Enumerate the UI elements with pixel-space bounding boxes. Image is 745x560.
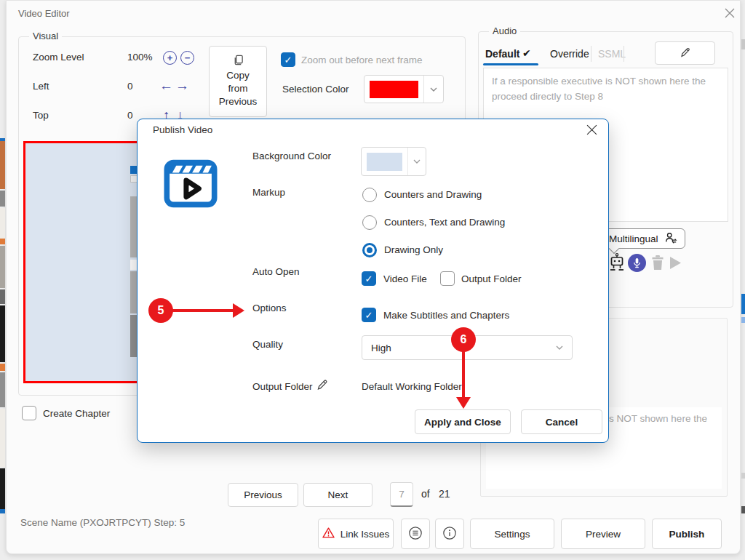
markup-label: Markup bbox=[252, 187, 285, 198]
info-icon bbox=[442, 526, 457, 543]
video-clapperboard-icon bbox=[163, 156, 218, 216]
step-6-badge: 6 bbox=[451, 327, 476, 352]
selection-color-swatch bbox=[370, 81, 418, 98]
copy-icon bbox=[233, 55, 244, 68]
apply-and-close-button[interactable]: Apply and Close bbox=[415, 409, 511, 434]
options-label: Options bbox=[252, 303, 287, 313]
zoom-decrease-button[interactable]: − bbox=[180, 51, 194, 65]
radio-counters-text-and-drawing[interactable] bbox=[362, 215, 377, 230]
output-folder-edit-pencil-icon[interactable] bbox=[316, 378, 329, 393]
background-color-swatch bbox=[367, 153, 402, 171]
person-swap-icon bbox=[664, 231, 677, 247]
previous-button[interactable]: Previous bbox=[228, 483, 298, 507]
tab-default[interactable]: Default bbox=[485, 48, 519, 60]
zoom-level-value: 100% bbox=[127, 52, 153, 63]
output-folder-checkbox[interactable] bbox=[440, 271, 455, 286]
robot-icon[interactable] bbox=[609, 253, 625, 275]
next-button[interactable]: Next bbox=[303, 483, 372, 507]
left-label: Left bbox=[33, 81, 49, 92]
tab-default-check-icon: ✔ bbox=[522, 47, 531, 59]
copy-from-previous-button[interactable]: Copy from Previous bbox=[209, 46, 267, 117]
create-chapter-label: Create Chapter bbox=[43, 408, 110, 419]
create-chapter-checkbox[interactable] bbox=[22, 406, 36, 420]
zoom-out-checkbox-label: Zoom out before next frame bbox=[301, 55, 423, 65]
auto-open-label: Auto Open bbox=[252, 266, 300, 277]
zoom-out-checkbox[interactable]: ✓ bbox=[281, 52, 295, 67]
warning-icon bbox=[322, 527, 335, 540]
video-file-checkbox-label: Video File bbox=[383, 273, 427, 284]
cancel-button[interactable]: Cancel bbox=[521, 409, 602, 434]
quality-dropdown-value: High bbox=[371, 343, 391, 353]
step-6-arrow bbox=[462, 351, 465, 398]
subtitles-chapters-checkbox-label: Make Subtitles and Chapters bbox=[383, 310, 509, 321]
video-file-checkbox[interactable]: ✓ bbox=[362, 271, 376, 286]
settings-button[interactable]: Settings bbox=[470, 519, 554, 549]
step-6-arrow-head bbox=[456, 397, 471, 409]
output-folder-value: Default Working Folder bbox=[362, 381, 462, 392]
dialog-title: Publish Video bbox=[153, 124, 212, 135]
copy-from-previous-label: Copy from Previous bbox=[215, 69, 260, 109]
play-icon[interactable] bbox=[669, 255, 682, 273]
radio-counters-text-and-drawing-label: Counters, Text and Drawing bbox=[384, 217, 505, 228]
chevron-down-icon bbox=[408, 159, 426, 164]
preview-button[interactable]: Preview bbox=[561, 519, 645, 549]
step-5-arrow bbox=[172, 309, 234, 312]
quality-label: Quality bbox=[252, 339, 283, 350]
move-right-arrow-icon[interactable]: → bbox=[175, 78, 189, 94]
window-close-icon[interactable] bbox=[722, 6, 737, 20]
page-of-label: of bbox=[421, 488, 430, 500]
selection-color-picker[interactable] bbox=[364, 75, 444, 103]
dialog-close-icon[interactable] bbox=[583, 121, 599, 137]
background-color-picker[interactable] bbox=[361, 147, 426, 176]
output-folder-checkbox-label: Output Folder bbox=[461, 273, 522, 284]
step-5-badge: 5 bbox=[148, 298, 173, 323]
list-circle-icon bbox=[408, 526, 423, 543]
output-folder-label: Output Folder bbox=[252, 381, 313, 392]
radio-drawing-only-label: Drawing Only bbox=[384, 244, 443, 255]
visual-group-legend: Visual bbox=[29, 31, 62, 41]
left-value: 0 bbox=[127, 81, 133, 92]
background-color-label: Background Color bbox=[252, 151, 331, 161]
trash-icon[interactable] bbox=[650, 255, 665, 273]
zoom-increase-button[interactable]: + bbox=[163, 51, 177, 65]
top-label: Top bbox=[33, 110, 49, 121]
audio-edit-button[interactable] bbox=[655, 41, 715, 65]
link-issues-button[interactable]: Link Issues bbox=[318, 519, 394, 549]
tab-ssml[interactable]: SSML bbox=[598, 48, 626, 60]
scene-name-status: Scene Name (PXOJRTPCYT) Step: 5 bbox=[20, 517, 185, 528]
link-issues-label: Link Issues bbox=[340, 529, 390, 540]
chevron-down-icon bbox=[556, 345, 563, 350]
radio-drawing-only[interactable] bbox=[362, 243, 377, 257]
move-left-arrow-icon[interactable]: ← bbox=[159, 78, 173, 94]
chevron-down-icon bbox=[424, 87, 443, 92]
active-tab-indicator bbox=[483, 63, 538, 65]
page-total-label: 21 bbox=[439, 488, 450, 500]
tab-override[interactable]: Override bbox=[550, 48, 589, 60]
radio-counters-and-drawing-label: Counters and Drawing bbox=[384, 189, 482, 200]
radio-counters-and-drawing[interactable] bbox=[362, 188, 377, 202]
publish-button[interactable]: Publish bbox=[652, 519, 722, 549]
page-number-input[interactable]: 7 bbox=[390, 482, 413, 507]
notes-button[interactable] bbox=[401, 519, 430, 549]
info-button[interactable] bbox=[435, 519, 464, 549]
subtitles-chapters-checkbox[interactable]: ✓ bbox=[362, 308, 376, 322]
top-value: 0 bbox=[127, 110, 133, 121]
window-title: Video Editor bbox=[18, 8, 70, 19]
selection-color-label: Selection Color bbox=[282, 84, 349, 95]
step-5-arrow-head bbox=[233, 303, 244, 318]
zoom-level-label: Zoom Level bbox=[33, 52, 84, 63]
multilingual-button-label: Multilingual bbox=[609, 233, 658, 244]
microphone-icon[interactable] bbox=[628, 254, 646, 272]
audio-group-legend: Audio bbox=[489, 25, 520, 36]
pencil-icon bbox=[680, 47, 691, 60]
